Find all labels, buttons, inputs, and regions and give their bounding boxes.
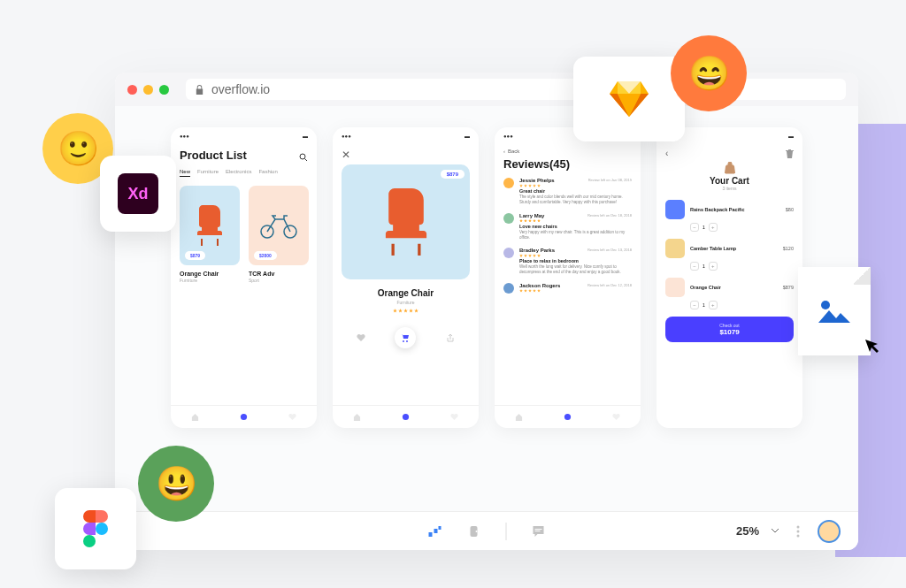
- svg-rect-3: [217, 239, 219, 246]
- svg-rect-12: [434, 529, 438, 533]
- svg-rect-2: [201, 239, 203, 246]
- svg-rect-13: [439, 526, 441, 530]
- close-icon[interactable]: ✕: [342, 149, 470, 161]
- browse-icon[interactable]: [402, 413, 410, 421]
- product-name: Orange Chair: [342, 288, 470, 298]
- share-icon[interactable]: [446, 333, 455, 342]
- svg-point-6: [241, 414, 247, 420]
- app-bottombar: 25%: [115, 511, 858, 550]
- item-thumbnail: [665, 239, 685, 258]
- phone-nav: [495, 405, 641, 428]
- qty-plus[interactable]: +: [709, 262, 718, 271]
- svg-point-9: [403, 414, 409, 420]
- window-minimize[interactable]: [143, 85, 153, 95]
- design-canvas[interactable]: ●●●▬ Product List New Furniture Electron…: [115, 106, 858, 511]
- window-maximize[interactable]: [159, 85, 169, 95]
- home-icon[interactable]: [515, 413, 523, 421]
- screen-product-detail[interactable]: ●●●▬ ✕ $879 Orange Chair Furniture: [333, 127, 479, 428]
- review-text: Well worth the long wait for delivery. N…: [519, 264, 632, 276]
- back-button[interactable]: ‹Back: [503, 149, 632, 154]
- review-date: Review left on Jan 08, 2019: [588, 178, 632, 183]
- svg-point-15: [476, 531, 478, 532]
- figma-badge: [55, 488, 136, 569]
- tab-electronics[interactable]: Electronics: [226, 169, 251, 177]
- screen-reviews[interactable]: ●●●▬ ‹Back Reviews(45) Jessie PhelpsRevi…: [495, 127, 641, 428]
- tab-furniture[interactable]: Furniture: [197, 169, 219, 177]
- qty-value: 1: [703, 302, 705, 308]
- svg-line-1: [305, 158, 308, 161]
- image-file[interactable]: [798, 267, 871, 355]
- home-icon[interactable]: [353, 413, 361, 421]
- qty-plus[interactable]: +: [709, 223, 718, 232]
- phone-statusbar: ●●●▬: [171, 127, 317, 145]
- item-price: $120: [783, 246, 794, 251]
- item-thumbnail: [665, 278, 685, 297]
- heart-icon[interactable]: [357, 333, 365, 342]
- svg-point-21: [96, 523, 108, 535]
- product-category: Furniture: [342, 300, 470, 305]
- svg-rect-11: [429, 532, 433, 537]
- lock-icon: [195, 84, 204, 95]
- screen-product-list[interactable]: ●●●▬ Product List New Furniture Electron…: [171, 127, 317, 428]
- zoom-level[interactable]: 25%: [736, 524, 759, 538]
- heart-icon[interactable]: [612, 413, 620, 421]
- heart-icon[interactable]: [288, 413, 296, 421]
- checkout-button[interactable]: Check out $1079: [665, 317, 794, 342]
- tab-fashion[interactable]: Fashion: [258, 169, 277, 177]
- product-category: Furniture: [180, 278, 240, 283]
- review-title: Place to relax in bedroom: [519, 258, 632, 263]
- url-bar[interactable]: overflow.io: [186, 79, 846, 100]
- user-avatar[interactable]: [818, 520, 841, 543]
- tab-new[interactable]: New: [180, 169, 190, 177]
- screen-cart[interactable]: ●●●▬ ‹ Your Cart 3 items Rains Backpack …: [656, 127, 802, 428]
- more-icon[interactable]: [791, 524, 805, 538]
- item-price: $80: [786, 207, 794, 212]
- chevron-down-icon[interactable]: [772, 529, 779, 533]
- page-title: Your Cart: [665, 176, 794, 186]
- collaborator-avatar: 😃: [138, 446, 214, 522]
- star-rating: [342, 309, 470, 313]
- heart-icon[interactable]: [450, 413, 458, 421]
- search-icon[interactable]: [299, 153, 308, 162]
- flow-tool-icon[interactable]: [428, 524, 442, 538]
- browse-icon[interactable]: [240, 413, 248, 421]
- qty-minus[interactable]: −: [690, 301, 699, 309]
- sketch-badge: [573, 57, 685, 141]
- phone-nav: [171, 405, 317, 428]
- browser-window: overflow.io ●●●▬ Product List New Furnit…: [115, 73, 858, 550]
- svg-rect-8: [418, 244, 420, 256]
- product-card[interactable]: $879 Orange Chair Furniture: [180, 186, 240, 283]
- product-card[interactable]: $2800 TCR Adv Sport: [249, 186, 309, 283]
- star-rating: [519, 184, 632, 187]
- review-item: Jessie PhelpsReview left on Jan 08, 2019…: [503, 178, 632, 206]
- comment-tool-icon[interactable]: [532, 524, 546, 538]
- add-to-cart-button[interactable]: [395, 327, 416, 348]
- bag-icon: [724, 162, 736, 174]
- review-text: Very happy with my new chair. This is a …: [519, 230, 632, 241]
- review-date: Review left on Dec 18, 2018: [587, 213, 632, 218]
- svg-rect-16: [535, 529, 542, 530]
- collaborator-avatar: 😄: [671, 35, 747, 111]
- browse-icon[interactable]: [564, 413, 572, 421]
- qty-minus[interactable]: −: [690, 223, 699, 232]
- price-tag: $879: [185, 251, 205, 260]
- reviewer-name: Bradley Parks: [519, 248, 555, 253]
- reviewer-avatar: [503, 178, 514, 188]
- product-name: TCR Adv: [249, 271, 309, 277]
- window-close[interactable]: [127, 85, 137, 95]
- divider: [506, 523, 507, 540]
- reviewer-avatar: [503, 248, 514, 258]
- home-icon[interactable]: [191, 413, 199, 421]
- trash-icon[interactable]: [786, 149, 794, 158]
- figma-icon: [83, 510, 108, 547]
- back-icon[interactable]: ‹: [665, 149, 668, 158]
- cart-item: Camber Table Lamp $120 −1+: [665, 239, 794, 271]
- chair-icon: [377, 188, 435, 256]
- device-tool-icon[interactable]: [467, 524, 481, 538]
- cart-count: 3 items: [665, 186, 794, 191]
- reviewer-name: Larry May: [519, 213, 544, 218]
- qty-plus[interactable]: +: [709, 301, 718, 309]
- review-date: Review left on Dec 13, 2018: [587, 248, 632, 253]
- review-item: Jackson RogersReview left on Dec 12, 201…: [503, 283, 632, 294]
- qty-minus[interactable]: −: [690, 262, 699, 271]
